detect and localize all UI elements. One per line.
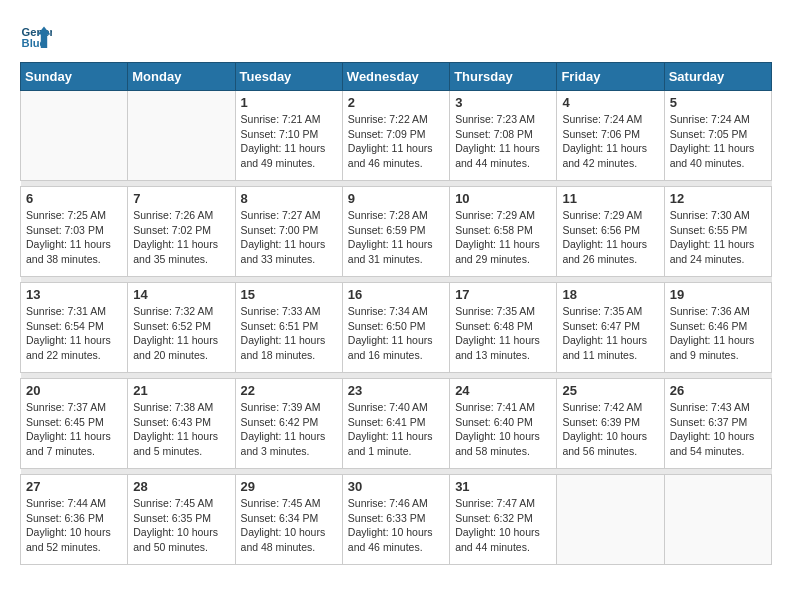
day-info: Sunrise: 7:44 AMSunset: 6:36 PMDaylight:… [26, 496, 122, 555]
day-cell [664, 475, 771, 565]
week-row-4: 20Sunrise: 7:37 AMSunset: 6:45 PMDayligh… [21, 379, 772, 469]
day-cell: 28Sunrise: 7:45 AMSunset: 6:35 PMDayligh… [128, 475, 235, 565]
day-info: Sunrise: 7:39 AMSunset: 6:42 PMDaylight:… [241, 400, 337, 459]
day-number: 4 [562, 95, 658, 110]
day-info: Sunrise: 7:42 AMSunset: 6:39 PMDaylight:… [562, 400, 658, 459]
day-info: Sunrise: 7:21 AMSunset: 7:10 PMDaylight:… [241, 112, 337, 171]
day-number: 24 [455, 383, 551, 398]
page-header: General Blue [20, 20, 772, 52]
day-info: Sunrise: 7:36 AMSunset: 6:46 PMDaylight:… [670, 304, 766, 363]
day-cell: 23Sunrise: 7:40 AMSunset: 6:41 PMDayligh… [342, 379, 449, 469]
day-number: 28 [133, 479, 229, 494]
day-number: 9 [348, 191, 444, 206]
day-number: 19 [670, 287, 766, 302]
day-info: Sunrise: 7:30 AMSunset: 6:55 PMDaylight:… [670, 208, 766, 267]
day-number: 7 [133, 191, 229, 206]
day-cell: 16Sunrise: 7:34 AMSunset: 6:50 PMDayligh… [342, 283, 449, 373]
day-number: 10 [455, 191, 551, 206]
day-info: Sunrise: 7:43 AMSunset: 6:37 PMDaylight:… [670, 400, 766, 459]
day-number: 27 [26, 479, 122, 494]
day-cell: 12Sunrise: 7:30 AMSunset: 6:55 PMDayligh… [664, 187, 771, 277]
week-row-3: 13Sunrise: 7:31 AMSunset: 6:54 PMDayligh… [21, 283, 772, 373]
day-info: Sunrise: 7:27 AMSunset: 7:00 PMDaylight:… [241, 208, 337, 267]
header-sunday: Sunday [21, 63, 128, 91]
day-cell: 4Sunrise: 7:24 AMSunset: 7:06 PMDaylight… [557, 91, 664, 181]
day-info: Sunrise: 7:25 AMSunset: 7:03 PMDaylight:… [26, 208, 122, 267]
day-number: 23 [348, 383, 444, 398]
header-friday: Friday [557, 63, 664, 91]
header-saturday: Saturday [664, 63, 771, 91]
day-number: 1 [241, 95, 337, 110]
day-number: 31 [455, 479, 551, 494]
day-cell: 7Sunrise: 7:26 AMSunset: 7:02 PMDaylight… [128, 187, 235, 277]
day-cell: 24Sunrise: 7:41 AMSunset: 6:40 PMDayligh… [450, 379, 557, 469]
day-number: 6 [26, 191, 122, 206]
day-info: Sunrise: 7:29 AMSunset: 6:56 PMDaylight:… [562, 208, 658, 267]
day-number: 30 [348, 479, 444, 494]
day-number: 21 [133, 383, 229, 398]
header-wednesday: Wednesday [342, 63, 449, 91]
day-cell: 31Sunrise: 7:47 AMSunset: 6:32 PMDayligh… [450, 475, 557, 565]
calendar: SundayMondayTuesdayWednesdayThursdayFrid… [20, 62, 772, 565]
day-cell: 26Sunrise: 7:43 AMSunset: 6:37 PMDayligh… [664, 379, 771, 469]
day-number: 22 [241, 383, 337, 398]
week-row-1: 1Sunrise: 7:21 AMSunset: 7:10 PMDaylight… [21, 91, 772, 181]
header-thursday: Thursday [450, 63, 557, 91]
day-cell: 3Sunrise: 7:23 AMSunset: 7:08 PMDaylight… [450, 91, 557, 181]
day-number: 12 [670, 191, 766, 206]
day-info: Sunrise: 7:26 AMSunset: 7:02 PMDaylight:… [133, 208, 229, 267]
day-info: Sunrise: 7:29 AMSunset: 6:58 PMDaylight:… [455, 208, 551, 267]
day-cell: 27Sunrise: 7:44 AMSunset: 6:36 PMDayligh… [21, 475, 128, 565]
day-info: Sunrise: 7:24 AMSunset: 7:05 PMDaylight:… [670, 112, 766, 171]
day-info: Sunrise: 7:40 AMSunset: 6:41 PMDaylight:… [348, 400, 444, 459]
day-cell: 2Sunrise: 7:22 AMSunset: 7:09 PMDaylight… [342, 91, 449, 181]
day-cell: 13Sunrise: 7:31 AMSunset: 6:54 PMDayligh… [21, 283, 128, 373]
logo: General Blue [20, 20, 56, 52]
day-cell: 9Sunrise: 7:28 AMSunset: 6:59 PMDaylight… [342, 187, 449, 277]
day-number: 11 [562, 191, 658, 206]
logo-icon: General Blue [20, 20, 52, 52]
day-cell: 30Sunrise: 7:46 AMSunset: 6:33 PMDayligh… [342, 475, 449, 565]
day-number: 26 [670, 383, 766, 398]
day-info: Sunrise: 7:32 AMSunset: 6:52 PMDaylight:… [133, 304, 229, 363]
day-info: Sunrise: 7:28 AMSunset: 6:59 PMDaylight:… [348, 208, 444, 267]
day-cell: 6Sunrise: 7:25 AMSunset: 7:03 PMDaylight… [21, 187, 128, 277]
day-info: Sunrise: 7:34 AMSunset: 6:50 PMDaylight:… [348, 304, 444, 363]
week-row-5: 27Sunrise: 7:44 AMSunset: 6:36 PMDayligh… [21, 475, 772, 565]
day-info: Sunrise: 7:31 AMSunset: 6:54 PMDaylight:… [26, 304, 122, 363]
day-cell: 15Sunrise: 7:33 AMSunset: 6:51 PMDayligh… [235, 283, 342, 373]
day-cell [557, 475, 664, 565]
day-cell: 18Sunrise: 7:35 AMSunset: 6:47 PMDayligh… [557, 283, 664, 373]
day-cell [21, 91, 128, 181]
day-info: Sunrise: 7:24 AMSunset: 7:06 PMDaylight:… [562, 112, 658, 171]
day-number: 25 [562, 383, 658, 398]
day-cell: 11Sunrise: 7:29 AMSunset: 6:56 PMDayligh… [557, 187, 664, 277]
day-cell: 29Sunrise: 7:45 AMSunset: 6:34 PMDayligh… [235, 475, 342, 565]
day-info: Sunrise: 7:41 AMSunset: 6:40 PMDaylight:… [455, 400, 551, 459]
header-tuesday: Tuesday [235, 63, 342, 91]
day-cell [128, 91, 235, 181]
day-number: 18 [562, 287, 658, 302]
week-row-2: 6Sunrise: 7:25 AMSunset: 7:03 PMDaylight… [21, 187, 772, 277]
day-number: 14 [133, 287, 229, 302]
day-cell: 21Sunrise: 7:38 AMSunset: 6:43 PMDayligh… [128, 379, 235, 469]
day-info: Sunrise: 7:46 AMSunset: 6:33 PMDaylight:… [348, 496, 444, 555]
day-number: 20 [26, 383, 122, 398]
day-cell: 19Sunrise: 7:36 AMSunset: 6:46 PMDayligh… [664, 283, 771, 373]
day-info: Sunrise: 7:37 AMSunset: 6:45 PMDaylight:… [26, 400, 122, 459]
day-info: Sunrise: 7:45 AMSunset: 6:34 PMDaylight:… [241, 496, 337, 555]
day-number: 8 [241, 191, 337, 206]
day-info: Sunrise: 7:33 AMSunset: 6:51 PMDaylight:… [241, 304, 337, 363]
day-number: 29 [241, 479, 337, 494]
day-number: 3 [455, 95, 551, 110]
day-cell: 22Sunrise: 7:39 AMSunset: 6:42 PMDayligh… [235, 379, 342, 469]
day-info: Sunrise: 7:35 AMSunset: 6:48 PMDaylight:… [455, 304, 551, 363]
day-number: 13 [26, 287, 122, 302]
day-cell: 25Sunrise: 7:42 AMSunset: 6:39 PMDayligh… [557, 379, 664, 469]
day-info: Sunrise: 7:23 AMSunset: 7:08 PMDaylight:… [455, 112, 551, 171]
day-cell: 17Sunrise: 7:35 AMSunset: 6:48 PMDayligh… [450, 283, 557, 373]
day-number: 16 [348, 287, 444, 302]
header-monday: Monday [128, 63, 235, 91]
day-info: Sunrise: 7:35 AMSunset: 6:47 PMDaylight:… [562, 304, 658, 363]
day-info: Sunrise: 7:45 AMSunset: 6:35 PMDaylight:… [133, 496, 229, 555]
